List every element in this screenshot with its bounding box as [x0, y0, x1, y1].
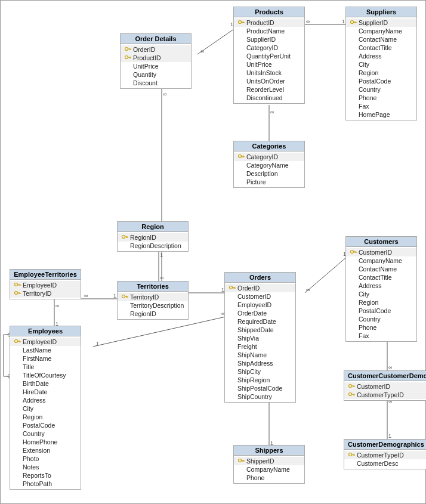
key-icon	[348, 452, 355, 459]
svg-point-58	[239, 155, 242, 158]
table-row: EmployeeID	[10, 281, 81, 289]
field-name: ShippedDate	[237, 326, 274, 333]
svg-text:∞: ∞	[270, 109, 274, 115]
key-icon	[14, 338, 21, 345]
table-row: HireDate	[10, 388, 81, 396]
svg-text:∞: ∞	[160, 275, 163, 281]
svg-line-22	[93, 317, 226, 347]
key-icon	[229, 285, 236, 292]
svg-point-50	[239, 21, 242, 24]
table-body-employee_territories: EmployeeID TerritoryID	[10, 280, 81, 299]
table-row: OrderID	[225, 284, 295, 292]
table-row: CustomerID	[225, 292, 295, 301]
field-name: Fax	[359, 103, 369, 110]
table-row: RequiredDate	[225, 317, 295, 326]
field-name: Picture	[246, 178, 266, 185]
field-name: CategoryName	[246, 162, 289, 169]
field-name: City	[23, 405, 33, 412]
table-row: HomePage	[346, 110, 416, 119]
table-row: CompanyName	[234, 465, 304, 474]
field-name: CustomerTypeID	[357, 452, 404, 459]
table-row: ShippedDate	[225, 326, 295, 334]
field-name: CompanyName	[246, 466, 290, 473]
field-name: RequiredDate	[237, 318, 276, 325]
field-name: PhotoPath	[23, 480, 52, 487]
field-name: Freight	[237, 343, 257, 350]
field-name: ShipVia	[237, 335, 259, 342]
table-header-territories: Territories	[118, 282, 188, 292]
field-name: UnitPrice	[133, 63, 159, 70]
field-name: ContactName	[359, 36, 397, 43]
table-row: CustomerID	[344, 382, 426, 391]
field-name: Region	[359, 69, 378, 76]
table-body-region: RegionIDRegionDescription	[118, 232, 188, 251]
table-header-employees: Employees	[10, 326, 81, 336]
table-row: OrderID	[121, 45, 191, 54]
field-name: Notes	[23, 463, 39, 471]
field-name: CustomerID	[237, 293, 271, 300]
field-name: Title	[23, 363, 34, 370]
table-row: Region	[346, 298, 416, 307]
field-name: Country	[359, 316, 381, 323]
table-header-categories: Categories	[234, 141, 304, 151]
field-name: RegionID	[130, 234, 156, 241]
field-name: SupplierID	[246, 36, 276, 43]
table-employee_territories: EmployeeTerritories EmployeeID Territory…	[10, 269, 81, 299]
field-name: OrderDate	[237, 310, 267, 317]
field-name: HireDate	[23, 388, 47, 395]
field-name: CategoryID	[246, 44, 278, 51]
field-name: Extension	[23, 447, 50, 454]
table-orders: Orders OrderIDCustomerIDEmployeeIDOrderD…	[224, 272, 296, 403]
svg-point-82	[230, 286, 233, 289]
table-row: LastName	[10, 346, 81, 354]
field-name: ReportsTo	[23, 472, 51, 479]
table-header-employee_territories: EmployeeTerritories	[10, 270, 81, 280]
key-icon	[14, 282, 21, 289]
table-row: City	[10, 404, 81, 413]
table-row: Phone	[346, 94, 416, 102]
table-row: TerritoryID	[10, 289, 81, 298]
table-body-territories: TerritoryIDTerritoryDescriptionRegionID	[118, 292, 188, 319]
key-icon	[350, 249, 357, 256]
field-name: Address	[359, 282, 382, 289]
table-categories: Categories CategoryIDCategoryNameDescrip…	[233, 141, 305, 188]
table-row: Fax	[346, 102, 416, 110]
field-name: CompanyName	[359, 27, 402, 35]
table-row: ProductID	[234, 18, 304, 27]
table-row: HomePhone	[10, 438, 81, 446]
table-header-customers: Customers	[346, 237, 416, 247]
table-row: ShipPostalCode	[225, 384, 295, 392]
field-name: TerritoryID	[130, 293, 159, 301]
key-icon	[348, 383, 355, 390]
table-row: UnitsInStock	[234, 69, 304, 77]
field-name: City	[359, 290, 369, 298]
svg-text:1: 1	[113, 293, 116, 299]
table-row: Photo	[10, 454, 81, 463]
table-row: SupplierID	[234, 35, 304, 44]
field-name: OrderID	[237, 285, 260, 292]
svg-text:∞: ∞	[55, 303, 59, 309]
svg-point-66	[122, 295, 125, 298]
field-name: LastName	[23, 347, 51, 354]
svg-point-98	[349, 453, 352, 456]
table-row: ReorderLevel	[234, 85, 304, 94]
svg-text:1: 1	[388, 433, 391, 439]
table-row: ContactTitle	[346, 44, 416, 52]
table-body-products: ProductIDProductNameSupplierIDCategoryID…	[234, 17, 304, 103]
table-row: Title	[10, 363, 81, 371]
field-name: PostalCode	[359, 78, 391, 85]
table-row: ContactName	[346, 35, 416, 44]
table-header-region: Region	[118, 222, 188, 232]
table-row: Notes	[10, 463, 81, 471]
table-row: Discontinued	[234, 94, 304, 102]
field-name: Description	[246, 170, 278, 177]
field-name: HomePage	[359, 111, 390, 118]
svg-text:1: 1	[96, 341, 99, 347]
field-name: Discount	[133, 79, 158, 86]
svg-text:∞: ∞	[84, 293, 88, 299]
table-row: CustomerDesc	[344, 459, 426, 468]
table-region: Region RegionIDRegionDescription	[117, 221, 189, 252]
svg-point-70	[15, 283, 18, 286]
field-name: Quantity	[133, 71, 156, 78]
table-row: Address	[346, 52, 416, 60]
